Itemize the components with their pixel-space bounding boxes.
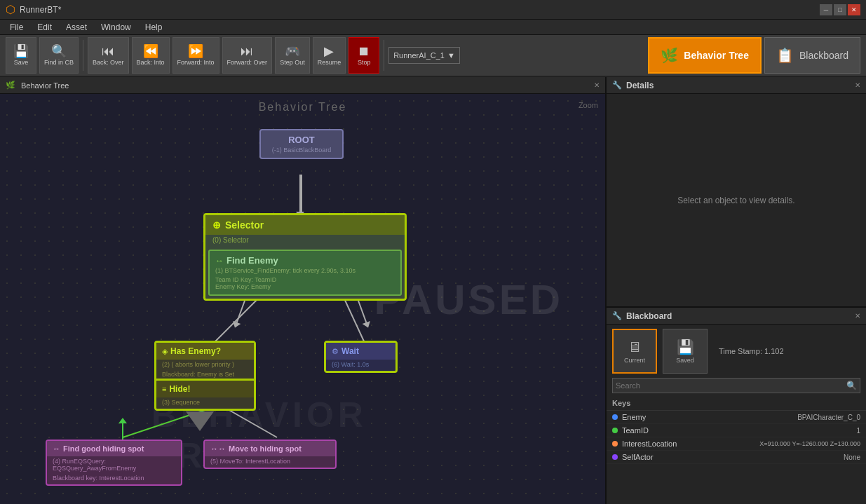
canvas-title: Behavior Tree: [259, 101, 347, 114]
move-to-label: (5) MoveTo: InterestLocation: [205, 456, 335, 468]
hide-node[interactable]: ≡ Hide! (3) Sequence: [154, 379, 256, 411]
bb-keys-header: Keys: [607, 396, 866, 411]
back-into-button[interactable]: ⏪ Back: Into: [132, 37, 170, 74]
panel-tab-close[interactable]: ✕: [594, 81, 600, 89]
back-over-icon: ⏮: [102, 45, 114, 57]
forward-over-button[interactable]: ⏭ Forward: Over: [222, 37, 273, 74]
svg-line-2: [344, 297, 365, 343]
interest-key-value: X=910.000 Y=-1260.000 Z=130.000: [759, 440, 860, 447]
menu-window[interactable]: Window: [94, 21, 138, 34]
step-out-button[interactable]: 🎮 Step Out: [275, 37, 310, 74]
bb-tab-icon: 📋: [776, 47, 794, 64]
service-desc: (1) BTService_FindEnemy: tick every 2.90…: [215, 267, 395, 274]
bb-saved-label: Saved: [676, 357, 694, 364]
menu-edit[interactable]: Edit: [30, 21, 59, 34]
interest-key-name: InterestLocation: [622, 440, 755, 448]
bt-panel-tab: 🌿 Behavior Tree ✕: [0, 77, 605, 94]
bb-timestamp: Time Stamp: 1.102: [719, 347, 784, 355]
close-button[interactable]: ✕: [848, 4, 860, 15]
service-header: ↔ Find Enemy: [215, 255, 395, 266]
details-title: Details: [626, 81, 654, 90]
selector-title: Selector: [225, 219, 264, 231]
teamid-dot: [612, 428, 618, 433]
back-over-button[interactable]: ⏮ Back: Over: [88, 37, 129, 74]
forward-into-icon: ⏩: [188, 45, 203, 57]
details-close[interactable]: ✕: [855, 81, 860, 89]
move-to-icon: ↔↔: [210, 444, 226, 453]
separator-2: [384, 40, 384, 71]
back-into-icon: ⏪: [143, 45, 158, 57]
enemy-key-name: Enemy: [622, 413, 793, 421]
move-to-title: Move to hiding spot: [229, 444, 302, 453]
menu-help[interactable]: Help: [138, 21, 170, 34]
service-key1: Team ID Key: TeamID: [215, 276, 395, 283]
service-key2: Enemy Key: Enemy: [215, 283, 395, 290]
enemy-dot: [612, 414, 618, 420]
root-node[interactable]: ROOT (-1) BasicBlackBoard: [259, 129, 344, 159]
find-spot-label2: Blackboard key: InterestLocation: [47, 473, 181, 484]
blackboard-tab-button[interactable]: 📋 Blackboard: [764, 37, 860, 74]
teamid-key-name: TeamID: [622, 426, 852, 435]
bb-key-teamid[interactable]: TeamID 1: [607, 424, 866, 437]
move-to-node[interactable]: ↔↔ Move to hiding spot (5) MoveTo: Inter…: [203, 440, 337, 469]
has-enemy-label1: (2) ( aborts lower priority ): [156, 360, 254, 369]
find-spot-node[interactable]: ↔ Find good hiding spot (4) RunEQSQuery:…: [46, 440, 182, 486]
toolbar: 💾 Save 🔍 Find in CB ⏮ Back: Over ⏪ Back:…: [0, 35, 866, 77]
bt-panel: 🌿 Behavior Tree ✕ Behavior Tree Zoom PAU…: [0, 77, 607, 504]
zoom-label: Zoom: [579, 101, 598, 109]
has-enemy-header: ◈ Has Enemy?: [156, 343, 254, 360]
resume-button[interactable]: ▶ Resume: [313, 37, 346, 74]
bb-content: 🖥 Current 💾 Saved Time Stamp: 1.102 🔍 Ke…: [607, 325, 866, 504]
save-button[interactable]: 💾 Save: [6, 37, 36, 74]
wait-header: ⚙ Wait: [326, 343, 395, 360]
bb-close[interactable]: ✕: [855, 312, 860, 320]
panel-tab-icon: 🌿: [6, 81, 15, 90]
teamid-key-value: 1: [856, 427, 860, 435]
bb-search-input[interactable]: [616, 381, 846, 390]
wait-label: (6) Wait: 1.0s: [326, 360, 395, 371]
bb-key-selfactor[interactable]: SelfActor None: [607, 451, 866, 464]
bb-search-container: 🔍: [612, 378, 860, 393]
self-key-name: SelfActor: [622, 453, 839, 461]
arrow-selector-right: [358, 301, 367, 325]
stop-button[interactable]: ⏹ Stop: [349, 37, 379, 74]
runner-dropdown[interactable]: RunnerAI_C_1 ▼: [388, 47, 460, 64]
bb-current-tab[interactable]: 🖥 Current: [612, 329, 657, 374]
selector-icon: ⊕: [212, 219, 221, 231]
selector-node[interactable]: ⊕ Selector (0) Selector ↔ Find Enemy (1)…: [203, 213, 407, 301]
titlebar: ⬡ RunnerBT* ─ □ ✕: [0, 0, 866, 20]
blackboard-section: 🔧 Blackboard ✕ 🖥 Current 💾 Saved Time St: [607, 308, 866, 504]
app-logo: ⬡: [6, 3, 15, 16]
bb-current-icon: 🖥: [628, 339, 642, 355]
hide-header: ≡ Hide!: [156, 381, 254, 397]
minimize-button[interactable]: ─: [820, 4, 832, 15]
service-find-enemy[interactable]: ↔ Find Enemy (1) BTService_FindEnemy: ti…: [208, 250, 402, 296]
behavior-tree-tab-button[interactable]: 🌿 Behavior Tree: [648, 37, 762, 74]
right-panel: 🔧 Details ✕ Select an object to view det…: [607, 77, 866, 504]
bb-key-enemy[interactable]: Enemy BPAICharacter_C_0: [607, 411, 866, 424]
bt-canvas[interactable]: Behavior Tree Zoom PAUSED BEHAVIOR TREE …: [0, 94, 605, 504]
has-enemy-title: Has Enemy?: [170, 346, 221, 356]
service-title: Find Enemy: [226, 255, 278, 266]
resume-icon: ▶: [324, 45, 334, 57]
wait-icon: ⚙: [332, 347, 339, 356]
maximize-button[interactable]: □: [834, 4, 846, 15]
details-header: 🔧 Details ✕: [607, 77, 866, 94]
forward-into-button[interactable]: ⏩ Forward: Into: [172, 37, 219, 74]
self-key-value: None: [844, 454, 860, 461]
hide-icon: ≡: [162, 385, 166, 393]
root-sub: (-1) BasicBlackBoard: [268, 147, 335, 154]
has-enemy-node[interactable]: ◈ Has Enemy? (2) ( aborts lower priority…: [154, 341, 256, 383]
step-out-icon: 🎮: [285, 45, 300, 57]
menu-asset[interactable]: Asset: [59, 21, 94, 34]
find-spot-title: Find good hiding spot: [63, 444, 144, 453]
find-cb-button[interactable]: 🔍 Find in CB: [39, 37, 79, 74]
bb-saved-tab[interactable]: 💾 Saved: [663, 329, 708, 374]
menu-file[interactable]: File: [3, 21, 30, 34]
bb-key-interestlocation[interactable]: InterestLocation X=910.000 Y=-1260.000 Z…: [607, 437, 866, 451]
hide-title: Hide!: [169, 384, 190, 394]
wait-node[interactable]: ⚙ Wait (6) Wait: 1.0s: [324, 341, 398, 373]
wait-title: Wait: [341, 346, 359, 356]
selector-header: ⊕ Selector: [205, 215, 405, 235]
has-enemy-icon: ◈: [162, 347, 168, 356]
